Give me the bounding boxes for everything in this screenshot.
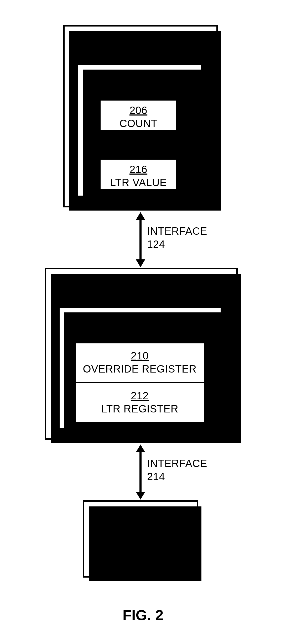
ltr-register-title: 212 LTR REGISTER	[76, 389, 204, 415]
arrow-count-ltr	[136, 132, 142, 158]
count-box: 206 COUNT	[99, 99, 178, 132]
driver-label: DRIVER	[119, 82, 160, 94]
bridge-box: 104 BRIDGE 208 ROOT PORT 210 OVERRIDE RE…	[45, 268, 238, 440]
bridge-ref: 104	[132, 275, 150, 286]
driver-title: 202 DRIVER	[78, 69, 201, 95]
interface-bottom-ref: 214	[147, 471, 165, 482]
ltr-register-label: LTR REGISTER	[101, 403, 178, 415]
interface-bottom-label: INTERFACE 214	[147, 457, 207, 483]
override-register-box: 210 OVERRIDE REGISTER	[74, 342, 205, 383]
arrow-processor-bridge	[138, 212, 143, 267]
interface-top-ref: 124	[147, 238, 165, 250]
interface-top-text: INTERFACE	[147, 225, 207, 237]
diagram-canvas: 102 PROCESSOR 202 DRIVER 206 COUNT	[0, 0, 286, 644]
root-port-ref: 208	[131, 312, 149, 324]
processor-title: 102 PROCESSOR	[65, 31, 216, 57]
ltr-value-title: 216 LTR VALUE	[101, 163, 176, 189]
count-ref: 206	[129, 104, 147, 116]
ltr-register-box: 212 LTR REGISTER	[74, 383, 205, 423]
override-register-title: 210 OVERRIDE REGISTER	[76, 349, 204, 375]
component-box: 204 COMPONENT	[83, 500, 198, 578]
interface-top-label: INTERFACE 124	[147, 224, 207, 251]
override-register-label: OVERRIDE REGISTER	[83, 363, 196, 375]
processor-box: 102 PROCESSOR 202 DRIVER 206 COUNT	[63, 25, 218, 207]
figure-caption: FIG. 2	[0, 606, 286, 624]
root-port-label: ROOT PORT	[108, 325, 172, 337]
component-title: 204 COMPONENT	[84, 525, 197, 552]
root-port-box: 208 ROOT PORT 210 OVERRIDE REGISTER 212 …	[58, 306, 222, 430]
count-title: 206 COUNT	[101, 104, 176, 130]
ltr-register-ref: 212	[131, 390, 149, 401]
override-register-ref: 210	[131, 350, 149, 362]
arrow-bridge-component	[138, 444, 143, 500]
component-label: COMPONENT	[106, 539, 175, 551]
bridge-title: 104 BRIDGE	[46, 274, 236, 300]
processor-ref: 102	[132, 32, 149, 44]
driver-box: 202 DRIVER 206 COUNT 216 LTR VALUE	[76, 63, 202, 197]
interface-bottom-text: INTERFACE	[147, 458, 207, 469]
ltr-value-ref: 216	[129, 164, 147, 175]
ltr-value-label: LTR VALUE	[110, 177, 167, 188]
ltr-value-box: 216 LTR VALUE	[99, 158, 178, 191]
root-port-title: 208 ROOT PORT	[60, 311, 221, 338]
count-label: COUNT	[119, 118, 158, 129]
driver-ref: 202	[131, 69, 148, 81]
component-ref: 204	[132, 526, 149, 538]
processor-label: PROCESSOR	[106, 45, 175, 57]
bridge-label: BRIDGE	[121, 288, 162, 300]
